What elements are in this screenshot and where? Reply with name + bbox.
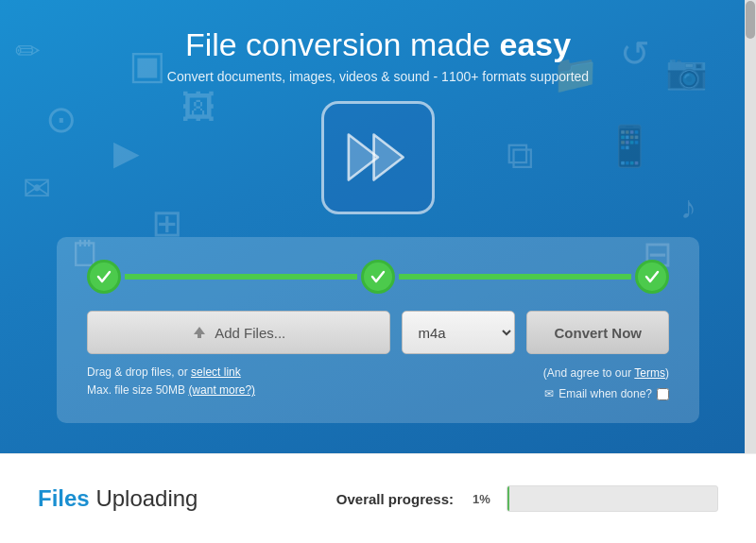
scrollbar[interactable] <box>745 0 756 453</box>
email-label: Email when done? <box>558 384 652 405</box>
files-uploading-text: Files Uploading <box>38 485 198 512</box>
drag-drop-text: Drag & drop files, or <box>87 365 191 379</box>
agree-end: ) <box>665 366 669 380</box>
bottom-bar: Files Uploading Overall progress: 1% <box>0 453 756 543</box>
upload-icon <box>192 325 207 340</box>
hero-subtitle: Convert documents, images, videos & soun… <box>167 69 589 84</box>
bg-icon-img: 🖼 <box>181 91 215 125</box>
step-3-circle <box>635 260 669 294</box>
converter-card: Add Files... m4a mp3 mp4 wav aac flac og… <box>57 237 699 423</box>
step-line-2 <box>399 274 631 280</box>
convert-now-label: Convert Now <box>554 325 642 341</box>
progress-bar-bg <box>507 485 718 512</box>
bg-icon-play1: ▶ <box>113 136 140 170</box>
email-icon: ✉ <box>544 384 554 405</box>
progress-bar-container: 1% <box>472 485 718 512</box>
info-right: (And agree to our Terms) ✉ Email when do… <box>543 364 669 404</box>
bg-icon-phone: 📱 <box>605 127 654 166</box>
email-row: ✉ Email when done? <box>543 384 669 405</box>
bg-icon-copy: ⧉ <box>507 136 534 174</box>
check-icon-2 <box>369 268 387 285</box>
check-icon-1 <box>95 268 112 285</box>
uploading-label: Uploading <box>95 485 198 511</box>
scrollbar-thumb <box>746 1 755 39</box>
select-link[interactable]: select link <box>191 365 241 379</box>
add-files-label: Add Files... <box>215 325 285 341</box>
logo-box <box>321 101 435 214</box>
bg-icon-circle: ⊙ <box>45 100 77 138</box>
email-checkbox[interactable] <box>657 388 669 400</box>
center-logo <box>321 101 435 214</box>
svg-marker-1 <box>374 135 404 180</box>
convert-now-button[interactable]: Convert Now <box>526 311 669 354</box>
check-icon-3 <box>644 268 661 285</box>
agree-prefix: (And agree to our <box>543 366 635 380</box>
bg-icon-note: ♪ <box>680 191 696 223</box>
bg-icon-grid: ⊞ <box>151 204 183 242</box>
step-1-circle <box>87 260 121 294</box>
bg-icon-pencil: ✏ <box>15 36 41 66</box>
svg-rect-3 <box>198 334 201 338</box>
info-row: Drag & drop files, or select link Max. f… <box>87 364 669 404</box>
info-left: Drag & drop files, or select link Max. f… <box>87 364 255 399</box>
controls-row: Add Files... m4a mp3 mp4 wav aac flac og… <box>87 311 669 354</box>
bg-icon-camera: 📷 <box>665 55 708 89</box>
want-more-link[interactable]: (want more?) <box>188 383 255 397</box>
step-line-1 <box>125 274 357 280</box>
title-part2: made <box>402 26 500 62</box>
progress-bar-fill <box>507 486 509 511</box>
progress-steps <box>87 260 669 294</box>
hero-section: ✏ ⊙ ✉ 🗒 ▣ ▶ ⊞ 📁 ↺ 📱 📷 ♪ ⧉ ⊟ 🖼 File conve… <box>0 0 756 453</box>
hero-title: File conversion made easy <box>185 26 571 63</box>
add-files-button[interactable]: Add Files... <box>87 311 390 354</box>
bg-icon-mail1: ✉ <box>23 172 51 206</box>
step-2-circle <box>361 260 395 294</box>
bg-icon-box1: ▣ <box>129 45 166 85</box>
progress-percent: 1% <box>472 492 499 506</box>
files-label: Files <box>38 485 90 511</box>
overall-progress-label: Overall progress: <box>336 491 454 507</box>
agree-text: (And agree to our Terms) <box>543 364 669 384</box>
terms-link[interactable]: Terms <box>634 366 665 380</box>
title-part1: File <box>185 26 246 62</box>
title-easy: easy <box>499 26 571 62</box>
file-size-text: Max. file size 50MB <box>87 383 188 397</box>
bg-icon-refresh: ↺ <box>620 36 650 72</box>
arrows-svg <box>340 125 416 191</box>
format-select[interactable]: m4a mp3 mp4 wav aac flac ogg <box>402 311 515 354</box>
title-conversion: conversion <box>246 26 401 62</box>
svg-marker-2 <box>194 327 205 334</box>
